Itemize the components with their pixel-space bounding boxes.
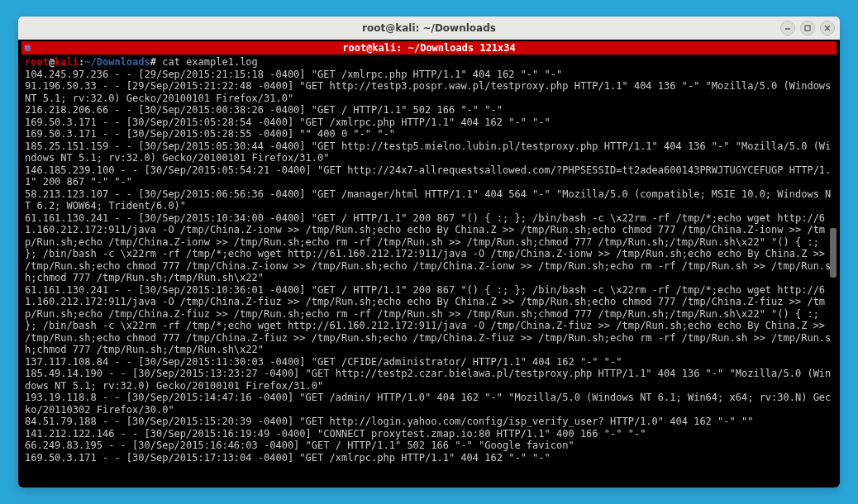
scrollbar-thumb[interactable] <box>830 228 837 278</box>
minimize-button[interactable] <box>780 21 795 36</box>
app-window: root@kali: ~/Downloads ▦ root@kali: ~/Do… <box>18 17 840 487</box>
terminal-tab-header: ▦ root@kali: ~/Downloads 121x34 <box>21 41 837 55</box>
command-text: cat example1.log <box>156 56 258 68</box>
minimize-icon <box>784 24 792 32</box>
svg-rect-1 <box>805 26 810 31</box>
close-button[interactable] <box>820 21 835 36</box>
maximize-icon <box>803 24 812 32</box>
close-icon <box>823 24 832 32</box>
prompt-hash: # <box>150 56 156 68</box>
prompt-path: ~/Downloads <box>84 56 150 68</box>
terminal-body[interactable]: root@kali:~/Downloads# cat example1.log … <box>21 55 837 487</box>
window-controls <box>780 21 835 36</box>
maximize-button[interactable] <box>800 21 815 36</box>
log-output: 104.245.97.236 - - [29/Sep/2015:21:15:18… <box>25 69 837 464</box>
terminal[interactable]: ▦ root@kali: ~/Downloads 121x34 root@kal… <box>18 40 840 487</box>
terminal-tab-icon: ▦ <box>25 42 31 53</box>
titlebar[interactable]: root@kali: ~/Downloads <box>18 17 840 40</box>
window-title: root@kali: ~/Downloads <box>362 22 496 34</box>
prompt-user: root <box>25 56 49 68</box>
terminal-tab-label: root@kali: ~/Downloads 121x34 <box>342 42 516 54</box>
prompt-host: kali <box>55 56 79 68</box>
